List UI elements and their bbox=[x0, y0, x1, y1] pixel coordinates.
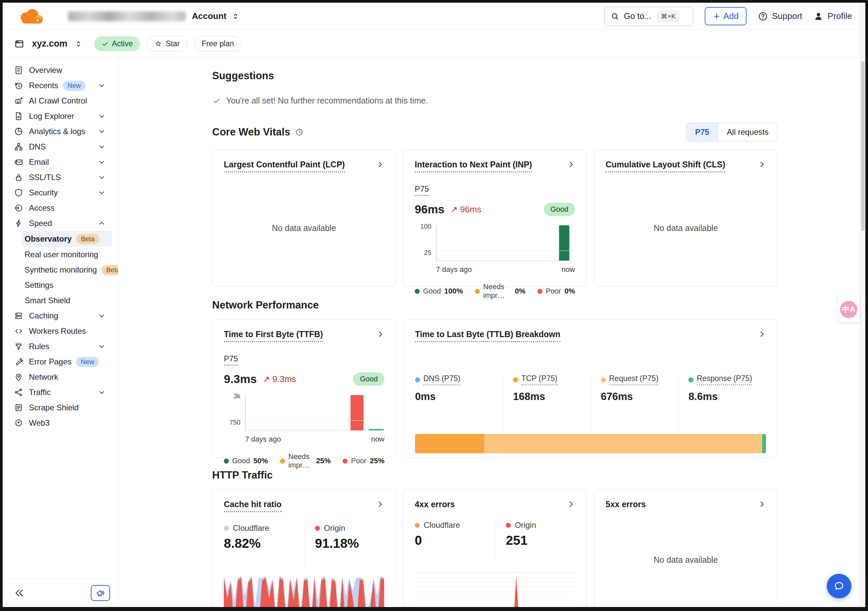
cloudflare-logo-icon[interactable] bbox=[14, 8, 51, 25]
chart-bar bbox=[350, 395, 364, 430]
sidebar-item-ssl-tls[interactable]: SSL/TLS bbox=[3, 170, 118, 185]
chevron-right-icon[interactable] bbox=[376, 160, 384, 168]
star-button[interactable]: Star bbox=[147, 36, 187, 51]
status-badge: Active bbox=[94, 36, 140, 51]
chevron-right-icon[interactable] bbox=[758, 160, 766, 168]
ttlb-segment-request bbox=[484, 434, 763, 453]
chevron-right-icon[interactable] bbox=[377, 330, 384, 338]
sidebar-item-log-explorer[interactable]: Log Explorer bbox=[3, 109, 118, 124]
chevron-down-icon[interactable] bbox=[98, 173, 106, 182]
legend-item: Needs impr…0% bbox=[475, 283, 525, 300]
document-icon bbox=[14, 65, 23, 75]
chevron-right-icon[interactable] bbox=[567, 499, 575, 508]
new-badge: New bbox=[63, 81, 85, 91]
toggle-p75[interactable]: P75 bbox=[687, 123, 718, 141]
sidebar-footer bbox=[3, 578, 118, 607]
goto-search-input[interactable]: Go to... ⌘+K bbox=[604, 7, 693, 26]
scrollbar-thumb[interactable] bbox=[861, 61, 865, 231]
chart-bar bbox=[369, 429, 384, 430]
chevron-down-icon[interactable] bbox=[98, 142, 106, 151]
sidebar-item-synthetic-monitoring[interactable]: Synthetic monitoringBeta bbox=[3, 262, 118, 278]
translate-popup[interactable]: 中A bbox=[838, 297, 860, 322]
sidebar-item-web3[interactable]: Web3 bbox=[3, 415, 118, 431]
ttfb-title[interactable]: Time to First Byte (TTFB) bbox=[224, 330, 323, 342]
chevron-right-icon[interactable] bbox=[567, 160, 575, 168]
share-nodes-icon bbox=[14, 387, 23, 397]
errors-4xx-metrics: Cloudflare 0 Origin 251 bbox=[415, 521, 575, 563]
sidebar-item-real-user-monitoring[interactable]: Real user monitoring bbox=[3, 247, 118, 262]
sidebar-item-network[interactable]: Network bbox=[3, 369, 118, 385]
ttlb-metrics: DNS (P75) 0ms TCP (P75) 168ms Request (P… bbox=[415, 374, 766, 433]
sidebar-item-ai-crawl-control[interactable]: AI Crawl Control bbox=[3, 93, 118, 109]
sidebar-item-recents[interactable]: RecentsNew bbox=[3, 78, 118, 93]
ttfb-legend: Good50% Needs impr…25% Poor25% bbox=[224, 452, 384, 470]
megaphone-icon bbox=[95, 588, 105, 598]
chat-support-button[interactable] bbox=[827, 574, 851, 599]
account-switcher-chevron-icon[interactable] bbox=[231, 12, 240, 21]
sidebar-item-smart-shield[interactable]: Smart Shield bbox=[3, 293, 118, 308]
chevron-down-icon[interactable] bbox=[98, 388, 106, 397]
inp-percentile-label[interactable]: P75 bbox=[415, 184, 429, 196]
chevron-right-icon[interactable] bbox=[758, 330, 766, 338]
support-menu[interactable]: Support bbox=[758, 11, 802, 21]
lcp-empty-state: No data available bbox=[212, 223, 395, 233]
chevron-down-icon[interactable] bbox=[98, 342, 106, 351]
chevron-right-icon[interactable] bbox=[376, 499, 384, 508]
ttlb-card: Time to Last Byte (TTLB) Breakdown DNS (… bbox=[403, 319, 778, 458]
log-document-icon bbox=[14, 111, 23, 121]
sidebar-item-scrape-shield[interactable]: Scrape Shield bbox=[3, 400, 118, 415]
dns-dot bbox=[415, 378, 420, 382]
add-button[interactable]: Add bbox=[705, 7, 747, 25]
legend-dot-good bbox=[415, 289, 420, 294]
cls-title[interactable]: Cumulative Layout Shift (CLS) bbox=[606, 160, 725, 173]
ttlb-title[interactable]: Time to Last Byte (TTLB) Breakdown bbox=[415, 330, 560, 342]
toggle-all-requests[interactable]: All requests bbox=[718, 123, 777, 141]
errors-5xx-title[interactable]: 5xx errors bbox=[606, 499, 646, 509]
feedback-megaphone-button[interactable] bbox=[91, 585, 110, 601]
chevron-down-icon[interactable] bbox=[98, 112, 106, 120]
sidebar-item-dns[interactable]: DNS bbox=[3, 139, 118, 154]
translate-icon[interactable]: 中A bbox=[840, 301, 857, 318]
chevron-right-icon[interactable] bbox=[758, 499, 766, 508]
sidebar-item-access[interactable]: Access bbox=[3, 201, 118, 216]
account-label[interactable]: Account bbox=[192, 11, 226, 21]
sidebar-item-caching[interactable]: Caching bbox=[3, 308, 118, 323]
plus-icon bbox=[713, 12, 721, 20]
funnel-icon bbox=[14, 341, 23, 351]
plan-badge[interactable]: Free plan bbox=[194, 36, 242, 51]
chevron-down-icon[interactable] bbox=[98, 81, 106, 90]
sidebar-item-security[interactable]: Security bbox=[3, 185, 118, 201]
sidebar-item-observatory[interactable]: ObservatoryBeta bbox=[22, 231, 112, 247]
errors-4xx-metric-origin: Origin 251 bbox=[495, 521, 575, 563]
errors-4xx-title[interactable]: 4xx errors bbox=[415, 499, 455, 509]
sidebar-item-email[interactable]: Email bbox=[3, 154, 118, 170]
collapse-sidebar-icon[interactable] bbox=[14, 588, 25, 599]
chevron-up-icon[interactable] bbox=[98, 219, 106, 228]
legend-dot-poor bbox=[343, 459, 347, 463]
zone-name[interactable]: xyz.com bbox=[32, 39, 68, 49]
time-period-icon[interactable] bbox=[295, 128, 304, 137]
wrench-icon bbox=[14, 357, 23, 367]
sidebar-item-workers-routes[interactable]: Workers Routes bbox=[3, 323, 118, 339]
chevron-down-icon[interactable] bbox=[98, 188, 106, 197]
x-label-right: now bbox=[562, 265, 575, 274]
page-scrollbar[interactable] bbox=[860, 3, 865, 607]
sidebar-item-traffic[interactable]: Traffic bbox=[3, 385, 118, 400]
sidebar-item-settings[interactable]: Settings bbox=[3, 278, 118, 293]
lcp-title[interactable]: Largest Contentful Paint (LCP) bbox=[224, 160, 345, 173]
legend-item: Poor0% bbox=[538, 287, 575, 295]
inp-title[interactable]: Interaction to Next Paint (INP) bbox=[415, 160, 532, 173]
sidebar-item-rules[interactable]: Rules bbox=[3, 339, 118, 354]
chevron-down-icon[interactable] bbox=[98, 158, 106, 166]
sidebar-item-overview[interactable]: Overview bbox=[3, 62, 118, 78]
chevron-down-icon[interactable] bbox=[98, 311, 106, 320]
profile-menu[interactable]: Profile bbox=[814, 11, 852, 21]
ttfb-percentile-label[interactable]: P75 bbox=[224, 354, 238, 366]
sidebar-item-error-pages[interactable]: Error PagesNew bbox=[3, 354, 118, 369]
sidebar-item-analytics-logs[interactable]: Analytics & logs bbox=[3, 124, 118, 139]
search-icon bbox=[611, 12, 619, 21]
zone-switcher-chevron-icon[interactable] bbox=[74, 40, 83, 48]
cache-hit-ratio-title[interactable]: Cache hit ratio bbox=[224, 499, 282, 512]
chevron-down-icon[interactable] bbox=[98, 127, 106, 136]
sidebar-item-speed[interactable]: Speed bbox=[3, 216, 118, 231]
